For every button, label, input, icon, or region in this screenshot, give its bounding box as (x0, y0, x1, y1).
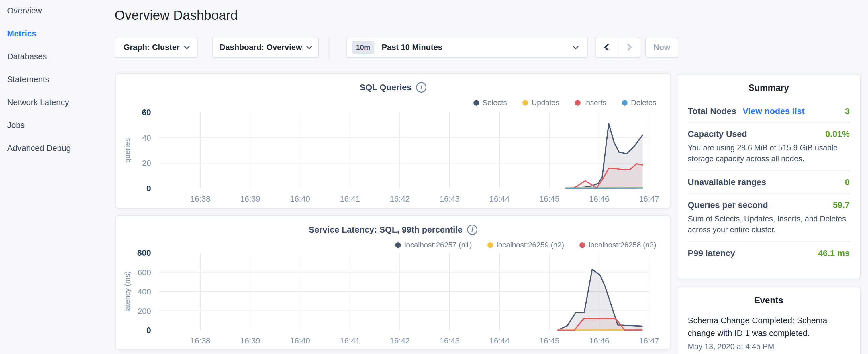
total-nodes-value: 3 (845, 106, 850, 116)
x-tick-label: 16:45 (539, 336, 559, 345)
service-latency-chart[interactable]: 16:3816:3916:4016:4116:4216:4316:4416:45… (116, 216, 671, 351)
y-tick-label: 60 (142, 108, 151, 117)
dashboard-label: Dashboard: Overview (219, 43, 302, 52)
x-tick-label: 16:43 (440, 194, 460, 203)
capacity-used-description: You are using 28.6 MiB of 515.9 GiB usab… (688, 142, 850, 164)
summary-row-total-nodes: Total Nodes View nodes list 3 (688, 100, 850, 123)
y-tick-label: 200 (137, 307, 151, 316)
sidebar-item-network-latency[interactable]: Network Latency (7, 98, 71, 106)
qps-description: Sum of Selects, Updates, Inserts, and De… (688, 213, 850, 235)
sql-queries-chart-card: SQL Queries i SelectsUpdatesInsertsDelet… (116, 73, 671, 208)
graph-scope-dropdown[interactable]: Graph: Cluster (115, 37, 198, 58)
x-tick-label: 16:40 (290, 336, 310, 345)
x-tick-label: 16:38 (190, 336, 210, 345)
x-tick-label: 16:39 (240, 336, 260, 345)
graph-scope-label: Graph: Cluster (124, 43, 180, 52)
event-message[interactable]: Schema Change Completed: Schema change w… (688, 314, 850, 340)
x-tick-label: 16:41 (340, 336, 360, 345)
time-range-dropdown[interactable]: 10m Past 10 Minutes (346, 37, 588, 58)
y-tick-label: 40 (142, 133, 151, 142)
summary-row-p99: P99 latency 46.1 ms (688, 242, 850, 264)
dashboard-dropdown[interactable]: Dashboard: Overview (212, 37, 319, 58)
y-tick-label: 0 (147, 184, 151, 193)
sidebar-item-overview[interactable]: Overview (7, 6, 71, 15)
qps-value: 59.7 (833, 200, 850, 210)
chevron-right-icon (624, 43, 631, 51)
time-forward-button[interactable] (618, 37, 640, 57)
time-range-label: Past 10 Minutes (382, 43, 442, 52)
total-nodes-label: Total Nodes (688, 106, 736, 116)
p99-latency-value: 46.1 ms (818, 248, 850, 258)
capacity-used-value: 0.01% (825, 129, 850, 139)
x-tick-label: 16:46 (589, 336, 609, 345)
x-tick-label: 16:47 (639, 336, 659, 345)
x-tick-label: 16:47 (639, 194, 659, 203)
x-tick-label: 16:42 (390, 194, 410, 203)
sidebar-item-advanced-debug[interactable]: Advanced Debug (7, 144, 71, 152)
page-title: Overview Dashboard (115, 7, 238, 23)
p99-latency-label: P99 latency (688, 248, 735, 258)
chevron-down-icon (306, 43, 312, 49)
service-latency-chart-card: Service Latency: SQL, 99th percentile i … (116, 215, 671, 350)
sidebar-item-jobs[interactable]: Jobs (7, 121, 71, 129)
summary-title: Summary (688, 83, 850, 93)
summary-row-unavailable-ranges: Unavailable ranges 0 (688, 171, 850, 194)
view-nodes-list-link[interactable]: View nodes list (743, 106, 804, 116)
qps-label: Queries per second (688, 200, 768, 210)
y-tick-label: 0 (147, 326, 151, 335)
x-tick-label: 16:44 (490, 194, 509, 203)
y-axis-unit-label: queries (123, 138, 131, 162)
time-pager (595, 37, 640, 58)
summary-panel: Summary Total Nodes View nodes list 3 Ca… (677, 74, 861, 279)
y-tick-label: 20 (142, 159, 151, 167)
summary-row-qps: Queries per second 59.7 Sum of Selects, … (688, 194, 850, 242)
y-tick-label: 400 (137, 287, 151, 296)
now-button[interactable]: Now (645, 37, 678, 58)
x-tick-label: 16:42 (390, 336, 410, 345)
sidebar-item-statements[interactable]: Statements (7, 75, 71, 84)
sidebar-item-metrics[interactable]: Metrics (7, 29, 71, 38)
y-tick-label: 600 (137, 268, 151, 277)
x-tick-label: 16:46 (589, 194, 609, 203)
db-console-app: Overview Metrics Databases Statements Ne… (0, 0, 868, 354)
events-panel: Events Schema Change Completed: Schema c… (677, 287, 861, 354)
chevron-down-icon (184, 43, 190, 49)
x-tick-label: 16:43 (440, 336, 460, 345)
unavailable-ranges-label: Unavailable ranges (688, 177, 766, 187)
events-title: Events (688, 295, 850, 305)
x-tick-label: 16:39 (240, 194, 260, 203)
x-tick-label: 16:40 (290, 194, 310, 203)
unavailable-ranges-value: 0 (845, 177, 850, 187)
time-range-badge: 10m (352, 41, 374, 54)
sql-queries-chart[interactable]: 16:3816:3916:4016:4116:4216:4316:4416:45… (116, 74, 671, 209)
controls-divider (329, 37, 329, 58)
x-tick-label: 16:38 (190, 194, 210, 203)
x-tick-label: 16:41 (340, 194, 360, 203)
sidebar-nav: Overview Metrics Databases Statements Ne… (7, 6, 71, 152)
chevron-left-icon (604, 43, 611, 51)
now-button-label: Now (653, 43, 670, 52)
chevron-down-icon (573, 43, 579, 49)
y-tick-label: 800 (137, 248, 151, 257)
x-tick-label: 16:44 (490, 336, 509, 345)
time-back-button[interactable] (596, 37, 618, 57)
x-tick-label: 16:45 (539, 194, 559, 203)
y-axis-unit-label: latency (ms) (123, 271, 131, 312)
summary-row-capacity: Capacity Used 0.01% You are using 28.6 M… (688, 123, 850, 171)
capacity-used-label: Capacity Used (688, 129, 747, 139)
event-timestamp: May 13, 2020 at 4:45 PM (688, 342, 850, 351)
sidebar-item-databases[interactable]: Databases (7, 52, 71, 61)
